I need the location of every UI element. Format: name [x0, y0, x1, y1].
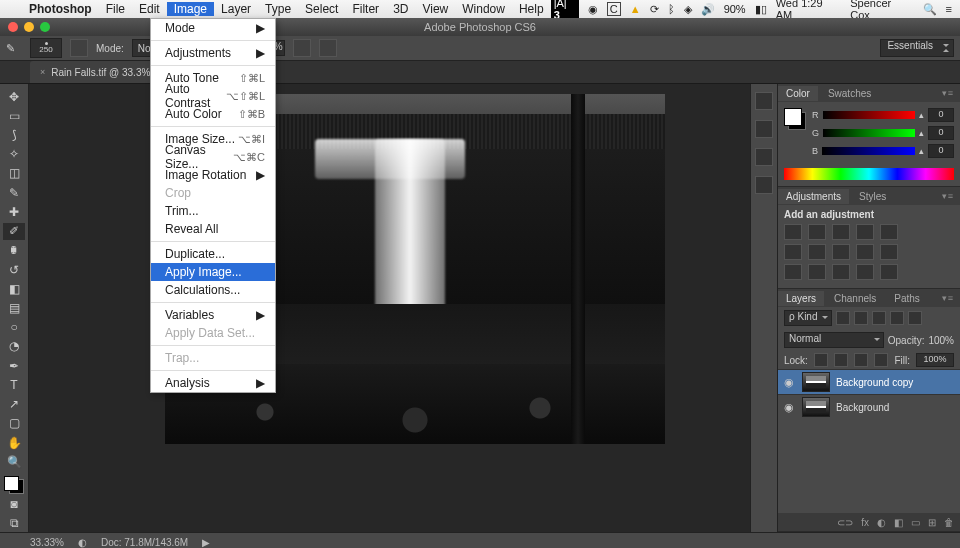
brush-panel-toggle-icon[interactable]: [70, 39, 88, 57]
notifications-icon[interactable]: ≡: [946, 3, 952, 15]
tab-color[interactable]: Color: [778, 86, 818, 101]
menuitem-canvas-size[interactable]: Canvas Size...⌥⌘C: [151, 148, 275, 166]
lock-position-icon[interactable]: [854, 353, 868, 367]
adj-hue-icon[interactable]: [784, 244, 802, 260]
eraser-tool[interactable]: ◧: [3, 280, 25, 297]
symmetry-icon[interactable]: [319, 39, 337, 57]
menuitem-auto-color[interactable]: Auto Color⇧⌘B: [151, 105, 275, 123]
menu-file[interactable]: File: [99, 2, 132, 16]
menuitem-mode[interactable]: Mode▶: [151, 19, 275, 37]
slider-thumb-icon[interactable]: ▴: [919, 128, 924, 138]
adj-curves-icon[interactable]: [832, 224, 850, 240]
foreground-background-swatch[interactable]: [784, 108, 806, 130]
new-layer-icon[interactable]: ⊞: [928, 517, 936, 528]
workspace-switcher[interactable]: Essentials: [880, 39, 954, 57]
layer-filter-kind[interactable]: ρ Kind: [784, 310, 832, 326]
slider-thumb-icon[interactable]: ▴: [919, 110, 924, 120]
history-icon[interactable]: [755, 92, 773, 110]
panel-menu-icon[interactable]: ▾≡: [942, 191, 960, 201]
adjustment-layer-icon[interactable]: ◧: [894, 517, 903, 528]
wand-tool[interactable]: ✧: [3, 146, 25, 163]
fx-icon[interactable]: fx: [861, 517, 869, 528]
r-slider[interactable]: [823, 111, 916, 119]
canvas-area[interactable]: [29, 84, 750, 532]
dodge-tool[interactable]: ◔: [3, 338, 25, 355]
menu-type[interactable]: Type: [258, 2, 298, 16]
g-value[interactable]: 0: [928, 126, 954, 140]
lasso-tool[interactable]: ⟆: [3, 126, 25, 143]
close-tab-icon[interactable]: ×: [40, 67, 45, 77]
adj-posterize-icon[interactable]: [808, 264, 826, 280]
adj-levels-icon[interactable]: [808, 224, 826, 240]
menu-window[interactable]: Window: [455, 2, 512, 16]
tab-channels[interactable]: Channels: [826, 291, 884, 306]
shape-tool[interactable]: ▢: [3, 415, 25, 432]
screenmode-toggle[interactable]: ⧉: [3, 515, 25, 532]
menuitem-analysis[interactable]: Analysis▶: [151, 374, 275, 392]
filter-adjust-icon[interactable]: [854, 311, 868, 325]
brushes-icon[interactable]: [755, 148, 773, 166]
tab-paths[interactable]: Paths: [886, 291, 928, 306]
menuitem-variables[interactable]: Variables▶: [151, 306, 275, 324]
menuitem-duplicate[interactable]: Duplicate...: [151, 245, 275, 263]
r-value[interactable]: 0: [928, 108, 954, 122]
menuitem-trim[interactable]: Trim...: [151, 202, 275, 220]
eyedropper-tool[interactable]: ✎: [3, 184, 25, 201]
adj-exposure-icon[interactable]: [856, 224, 874, 240]
link-layers-icon[interactable]: ⊂⊃: [837, 517, 853, 528]
tab-swatches[interactable]: Swatches: [820, 86, 879, 101]
zoom-window-button[interactable]: [40, 22, 50, 32]
visibility-icon[interactable]: ◉: [784, 401, 796, 414]
close-window-button[interactable]: [8, 22, 18, 32]
menuitem-auto-contrast[interactable]: Auto Contrast⌥⇧⌘L: [151, 87, 275, 105]
g-slider[interactable]: [823, 129, 915, 137]
menu-select[interactable]: Select: [298, 2, 345, 16]
tool-preset-icon[interactable]: ✎: [6, 42, 22, 55]
color-swatches[interactable]: [4, 476, 24, 493]
adj-gradmap-icon[interactable]: [856, 264, 874, 280]
filter-shape-icon[interactable]: [890, 311, 904, 325]
menu-help[interactable]: Help: [512, 2, 551, 16]
tab-layers[interactable]: Layers: [778, 291, 824, 306]
adj-channel-mixer-icon[interactable]: [856, 244, 874, 260]
mask-icon[interactable]: ◐: [877, 517, 886, 528]
tab-adjustments[interactable]: Adjustments: [778, 189, 849, 204]
menu-edit[interactable]: Edit: [132, 2, 167, 16]
menuitem-image-rotation[interactable]: Image Rotation▶: [151, 166, 275, 184]
wifi-icon[interactable]: ◈: [684, 3, 692, 16]
gradient-tool[interactable]: ▤: [3, 299, 25, 316]
lock-pixels-icon[interactable]: [834, 353, 848, 367]
doc-size[interactable]: Doc: 71.8M/143.6M: [101, 537, 188, 548]
lock-all-icon[interactable]: [874, 353, 888, 367]
layer-thumbnail[interactable]: [802, 372, 830, 392]
panel-menu-icon[interactable]: ▾≡: [942, 293, 960, 303]
quickmask-toggle[interactable]: ◙: [3, 496, 25, 513]
menuitem-reveal-all[interactable]: Reveal All: [151, 220, 275, 238]
warning-icon[interactable]: ▲: [630, 3, 641, 15]
cc-icon[interactable]: C: [607, 2, 621, 16]
app-menu[interactable]: Photoshop: [22, 2, 99, 16]
filter-smart-icon[interactable]: [908, 311, 922, 325]
properties-icon[interactable]: [755, 120, 773, 138]
adj-photo-filter-icon[interactable]: [832, 244, 850, 260]
spotlight-icon[interactable]: 🔍: [923, 3, 937, 16]
layer-row[interactable]: ◉ Background copy: [778, 369, 960, 394]
crop-tool[interactable]: ◫: [3, 165, 25, 182]
layer-thumbnail[interactable]: [802, 397, 830, 417]
zoom-level[interactable]: 33.33%: [30, 537, 64, 548]
path-tool[interactable]: ↗: [3, 396, 25, 413]
layer-name[interactable]: Background: [836, 402, 889, 413]
battery-icon[interactable]: ▮▯: [755, 3, 767, 16]
adj-lut-icon[interactable]: [880, 244, 898, 260]
slider-thumb-icon[interactable]: ▴: [919, 146, 924, 156]
visibility-icon[interactable]: ◉: [784, 376, 796, 389]
menu-3d[interactable]: 3D: [386, 2, 415, 16]
adj-brightness-icon[interactable]: [784, 224, 802, 240]
lock-transparent-icon[interactable]: [814, 353, 828, 367]
panel-menu-icon[interactable]: ▾≡: [942, 88, 960, 98]
b-value[interactable]: 0: [928, 144, 954, 158]
siri-icon[interactable]: ◉: [588, 3, 598, 16]
menu-layer[interactable]: Layer: [214, 2, 258, 16]
brush-tool[interactable]: ✐: [3, 223, 25, 240]
fill-input[interactable]: 100%: [916, 353, 954, 367]
